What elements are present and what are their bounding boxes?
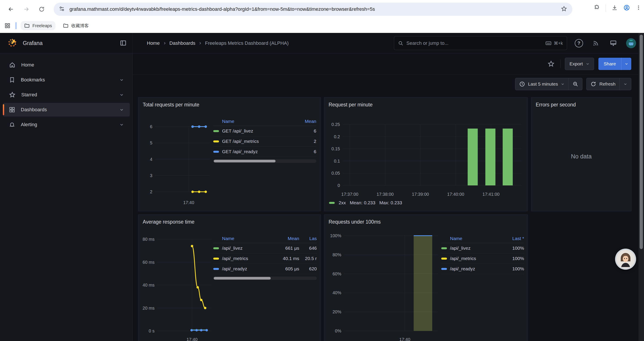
time-range-picker[interactable]: Last 5 minutes [515,78,568,90]
sidebar-item-bookmarks[interactable]: Bookmarks [3,73,130,87]
panel-title: Total requests per minute [143,102,199,108]
legend-column-las[interactable]: Las [299,236,317,241]
legend-row[interactable]: GET /api/_readyz6 [213,147,316,157]
hscrollbar-thumb[interactable] [214,160,276,162]
refresh-button[interactable]: Refresh [586,78,620,90]
legend-column-name[interactable]: Name [441,236,498,241]
favorite-star-icon[interactable] [546,59,556,69]
bookmark-label: Freeleaps [32,23,52,28]
dashboard-actions: Export Share [132,53,644,75]
requests-under-100ms-plot-svg [344,234,438,333]
breadcrumb: Home Dashboards Freeleaps Metrics Dashbo… [147,33,289,53]
panel-request-per-minute[interactable]: Request per minute 0.250.20.150.10.05017… [324,97,528,211]
bookmark-folder-freeleaps[interactable]: Freeleaps [20,21,56,30]
refresh-interval-button[interactable] [620,78,631,90]
window-scrollbar[interactable] [638,33,644,341]
search-bar[interactable]: ⌘+k [394,36,567,50]
forward-icon[interactable] [22,5,31,14]
bookmark-folder-blogs[interactable]: 收藏博客 [60,21,92,31]
series-swatch [213,151,219,153]
assistant-avatar[interactable] [615,249,636,270]
sidebar-item-starred[interactable]: Starred [3,88,130,102]
y-tick-label: 20 ms [140,305,154,311]
address-bar[interactable]: grafana.mathmast.com/d/deytv4rwavabkb/fr… [54,3,572,16]
scrollbar-thumb[interactable] [640,35,643,249]
legend-row[interactable]: 2xxMean: 0.233Max: 0.233 [329,200,402,205]
url-text: grafana.mathmast.com/d/deytv4rwavabkb/fr… [70,6,561,12]
chevron-down-icon [624,82,627,86]
panel-requests-under-100ms[interactable]: Requests under 100ms 100%80%60%40%20%0%1… [324,214,528,341]
chevron-down-icon[interactable] [120,108,124,112]
profile-icon[interactable] [624,5,630,12]
chevron-down-icon[interactable] [120,123,124,127]
hscrollbar-thumb[interactable] [214,277,271,279]
user-avatar[interactable] [626,38,636,48]
download-icon[interactable] [612,5,618,12]
back-icon[interactable] [6,5,16,14]
zoom-out-button[interactable] [568,78,582,90]
share-button[interactable]: Share [598,58,621,70]
series-name: /api/_livez [222,245,271,251]
series-swatch [213,258,219,260]
extensions-icon[interactable] [594,5,600,12]
legend-table: NameMeanGET /api/_livez6GET /api/_metric… [213,117,316,157]
legend-column-name[interactable]: Name [213,236,271,241]
series-value: 646 [299,245,317,251]
x-tick-label: 17:41:00 [474,191,508,197]
legend-row[interactable]: /api/_metrics40.1 ms20.5 r [213,253,317,264]
home-icon [9,62,16,68]
legend-header-row: NameMean [213,117,316,126]
sidebar-item-alerting[interactable]: Alerting [3,118,130,131]
series-value: 2 [296,139,316,144]
bookmark-star-icon[interactable] [561,6,567,13]
series-value: 605 µs [271,266,299,271]
sidebar-toggle-icon[interactable] [119,39,128,47]
news-rss-icon[interactable] [591,38,600,48]
breadcrumb-dashboards[interactable]: Dashboards [170,40,196,46]
monitor-icon[interactable] [608,38,618,48]
legend-row[interactable]: /api/_livez100% [441,243,524,253]
bookmark-icon [9,77,15,83]
legend-hscrollbar[interactable] [213,159,316,163]
series-name: GET /api/_livez [222,128,296,134]
search-input[interactable] [406,40,545,46]
export-button[interactable]: Export [565,58,594,70]
series-mean: Mean: 0.233 [350,200,376,205]
x-tick-label: 17:38:00 [368,191,403,197]
x-tick-label: 17:40:00 [438,191,473,197]
legend-row[interactable]: GET /api/_livez6 [213,126,316,136]
share-menu-button[interactable] [621,58,631,70]
browser-menu-icon[interactable] [636,5,641,12]
legend-row[interactable]: /api/_readyz100% [441,264,524,274]
panel-errors-per-second[interactable]: Errors per second No data [531,97,632,211]
sidebar-item-dashboards[interactable]: Dashboards [3,103,130,117]
series-max: Max: 0.233 [379,200,402,205]
site-settings-icon[interactable] [59,6,65,13]
panel-average-response-time[interactable]: Average response time 80 ms60 ms40 ms20 … [138,214,321,341]
star-icon [9,92,16,98]
chevron-down-icon[interactable] [120,78,124,82]
legend-hscrollbar[interactable] [213,276,317,280]
legend-column-mean[interactable]: Mean [271,236,299,241]
legend-column-name[interactable]: Name [213,119,296,124]
reload-icon[interactable] [37,5,46,14]
apps-grid-icon[interactable] [3,21,12,31]
legend-row[interactable]: /api/_metrics100% [441,253,524,264]
sidebar-item-home[interactable]: Home [3,58,130,72]
breadcrumb-home[interactable]: Home [147,40,160,46]
series-value: 20.5 r [299,256,317,261]
total-requests-plot-svg [155,122,210,197]
request-per-minute-plot-svg [343,123,522,187]
panel-total-requests-per-minute[interactable]: Total requests per minute 6543217:40Name… [138,97,321,211]
requests-under-100ms-plot [344,234,438,333]
legend-column-mean[interactable]: Mean [296,119,316,124]
legend-row[interactable]: GET /api/_metrics2 [213,136,316,147]
legend-column-last[interactable]: Last * [498,236,524,241]
chevron-down-icon[interactable] [120,93,124,97]
legend-row[interactable]: /api/_livez661 µs646 [213,243,317,253]
x-tick-label: 17:39:00 [403,191,438,197]
grafana-app: Grafana Home Dashboards Freeleaps Metric… [0,33,644,341]
help-icon[interactable]: ? [575,39,583,47]
request-per-minute-plot [343,123,522,187]
legend-row[interactable]: /api/_readyz605 µs620 [213,264,317,274]
